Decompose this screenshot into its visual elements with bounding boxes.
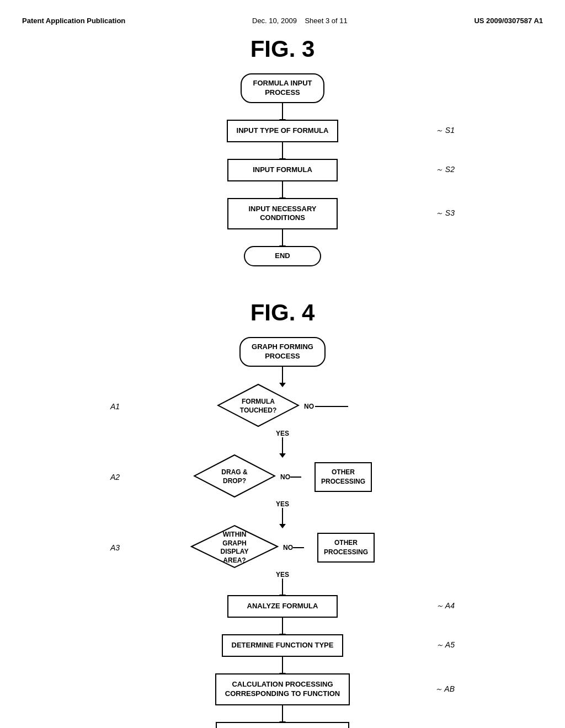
header-date-sheet: Dec. 10, 2009 Sheet 3 of 11 bbox=[252, 17, 348, 25]
fig3-s1-row: INPUT TYPE OF FORMULA ～ S1 bbox=[22, 120, 543, 142]
fig4-a3-text: WITHIN GRAPHDISPLAY AREA? bbox=[212, 531, 257, 565]
fig3-s2-node: INPUT FORMULA bbox=[227, 159, 338, 181]
fig4-flowchart: GRAPH FORMINGPROCESS A1 FORMULATOUCHED? … bbox=[22, 337, 543, 728]
fig3-start-node: FORMULA INPUTPROCESS bbox=[241, 73, 324, 103]
fig3-s3-label: ～ S3 bbox=[435, 208, 455, 218]
fig3-end-row: END bbox=[22, 246, 543, 266]
fig3-s3-row: INPUT NECESSARYCONDITIONS ～ S3 bbox=[22, 198, 543, 230]
fig4-a3-no-box: OTHERPROCESSING bbox=[317, 533, 375, 563]
fig4-a6-row: DISPLAY CALCULATION RESULT ～ A6 bbox=[22, 722, 543, 728]
fig4-yes3: YES bbox=[276, 571, 289, 595]
fig3-section: FIG. 3 FORMULA INPUTPROCESS INPUT TYPE O… bbox=[22, 36, 543, 266]
header-sheet: Sheet 3 of 11 bbox=[305, 17, 347, 25]
fig4-section: FIG. 4 GRAPH FORMINGPROCESS A1 FORMULATO… bbox=[22, 299, 543, 728]
page: Patent Application Publication Dec. 10, … bbox=[0, 0, 565, 728]
fig4-a4-row: ANALYZE FORMULA ～ A4 bbox=[22, 595, 543, 618]
fig4-arrow6 bbox=[282, 657, 283, 673]
fig4-a1-label: A1 bbox=[110, 402, 120, 411]
fig4-a2-no-box: OTHERPROCESSING bbox=[315, 462, 372, 492]
fig4-start-node: GRAPH FORMINGPROCESS bbox=[239, 337, 326, 367]
fig3-s2-label: ～ S2 bbox=[435, 165, 455, 175]
fig4-a4-node: ANALYZE FORMULA bbox=[227, 595, 338, 618]
fig4-yes1: YES bbox=[276, 430, 289, 454]
fig3-s1-node: INPUT TYPE OF FORMULA bbox=[227, 120, 339, 142]
fig4-a2-no-label: NO bbox=[280, 473, 290, 481]
fig4-a2-text: DRAG &DROP? bbox=[221, 468, 247, 485]
fig4-arrow2 bbox=[282, 437, 283, 454]
arrow2 bbox=[282, 142, 283, 159]
fig4-a5-row: DETERMINE FUNCTION TYPE ～ A5 bbox=[22, 634, 543, 657]
fig4-title: FIG. 4 bbox=[22, 299, 543, 326]
fig4-a2-row: A2 DRAG &DROP? NO OTHERPROCESSING bbox=[22, 454, 543, 500]
arrow4 bbox=[282, 229, 283, 246]
fig3-s2-row: INPUT FORMULA ～ S2 bbox=[22, 159, 543, 181]
fig4-arrow1 bbox=[282, 367, 283, 383]
fig4-a3-row: A3 WITHIN GRAPHDISPLAY AREA? NO OTHERPRO… bbox=[22, 524, 543, 571]
fig4-arrow3 bbox=[282, 508, 283, 524]
header-date: Dec. 10, 2009 bbox=[252, 17, 297, 25]
fig4-a1-row: A1 FORMULATOUCHED? NO bbox=[22, 383, 543, 430]
fig4-arrow4 bbox=[282, 579, 283, 595]
fig3-s3-node: INPUT NECESSARYCONDITIONS bbox=[227, 198, 338, 230]
fig4-a1-no-label: NO bbox=[304, 403, 314, 410]
fig4-a6-node: DISPLAY CALCULATION RESULT bbox=[216, 722, 349, 728]
fig4-arrow5 bbox=[282, 618, 283, 634]
fig4-a5-node: DETERMINE FUNCTION TYPE bbox=[222, 634, 344, 657]
fig3-end-node: END bbox=[244, 246, 321, 266]
fig4-a2-label: A2 bbox=[110, 473, 120, 481]
arrow1 bbox=[282, 103, 283, 120]
fig4-a3-label: A3 bbox=[110, 543, 120, 552]
fig4-ab-node: CALCULATION PROCESSINGCORRESPONDING TO F… bbox=[215, 673, 350, 705]
fig4-a3-yes-label: YES bbox=[276, 571, 289, 579]
fig4-yes2: YES bbox=[276, 500, 289, 524]
arrow3 bbox=[282, 181, 283, 198]
fig4-start-row: GRAPH FORMINGPROCESS bbox=[22, 337, 543, 367]
fig3-flowchart: FORMULA INPUTPROCESS INPUT TYPE OF FORMU… bbox=[22, 73, 543, 266]
fig4-ab-row: CALCULATION PROCESSINGCORRESPONDING TO F… bbox=[22, 673, 543, 705]
page-header: Patent Application Publication Dec. 10, … bbox=[22, 11, 543, 36]
fig4-a1-yes-label: YES bbox=[276, 430, 289, 437]
fig4-a3-no-label: NO bbox=[283, 544, 293, 552]
fig4-a5-label: ～ A5 bbox=[436, 640, 455, 650]
fig4-a3-no-line bbox=[293, 547, 304, 548]
fig4-a1-text: FORMULATOUCHED? bbox=[240, 398, 276, 415]
fig3-s1-label: ～ S1 bbox=[435, 126, 455, 136]
fig4-a2-yes-label: YES bbox=[276, 500, 289, 508]
fig4-ab-label: ～ AB bbox=[435, 684, 455, 694]
header-publication: Patent Application Publication bbox=[22, 17, 125, 25]
fig4-a1-no-line bbox=[315, 406, 348, 407]
fig4-a4-label: ～ A4 bbox=[436, 601, 455, 611]
fig3-title: FIG. 3 bbox=[22, 36, 543, 62]
header-patent-number: US 2009/0307587 A1 bbox=[474, 17, 543, 25]
fig4-arrow7 bbox=[282, 705, 283, 722]
fig4-a2-no-line bbox=[290, 477, 301, 478]
fig3-start-row: FORMULA INPUTPROCESS bbox=[22, 73, 543, 103]
